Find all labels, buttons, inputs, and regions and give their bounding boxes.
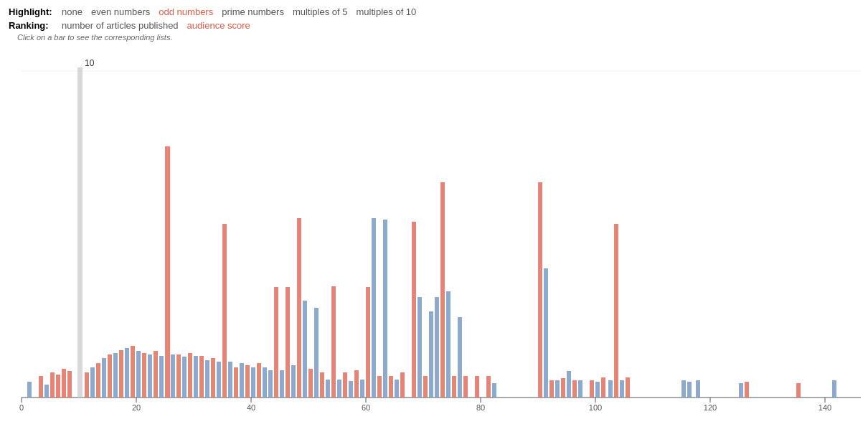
bar-red-109[interactable] xyxy=(601,377,605,398)
ranking-audience[interactable]: audience score xyxy=(185,19,253,32)
bar-blue-30[interactable] xyxy=(171,354,175,398)
bar-blue-20[interactable] xyxy=(113,353,118,398)
bar-red-35[interactable] xyxy=(199,356,204,398)
highlight-mult10[interactable]: multiples of 10 xyxy=(354,6,419,18)
bar-blue-26[interactable] xyxy=(148,354,152,398)
bar-blue-72[interactable] xyxy=(395,380,399,398)
bar-blue-16[interactable] xyxy=(90,367,95,398)
bar-red-19[interactable] xyxy=(108,354,112,398)
bar-red-23[interactable] xyxy=(131,346,135,398)
bar-red-51[interactable] xyxy=(274,287,278,398)
bar-red-55[interactable] xyxy=(297,218,301,398)
bar-blue-36[interactable] xyxy=(205,360,209,398)
bar-red-89[interactable] xyxy=(486,376,491,398)
bar-red-61[interactable] xyxy=(331,286,336,398)
bar-blue-38[interactable] xyxy=(217,362,221,398)
bar-red-29[interactable] xyxy=(165,146,170,398)
bar-red-81[interactable] xyxy=(440,182,445,398)
bar-blue-82[interactable] xyxy=(446,291,450,398)
bar-blue-104[interactable] xyxy=(578,380,582,398)
bar-red-75[interactable] xyxy=(412,222,416,398)
bar-blue-32[interactable] xyxy=(182,357,187,398)
bar-red-63[interactable] xyxy=(343,372,347,398)
bar-red-71[interactable] xyxy=(389,376,393,398)
bar-red-43[interactable] xyxy=(234,367,238,398)
bar-blue-18[interactable] xyxy=(102,358,106,398)
bar-blue-130[interactable] xyxy=(739,383,743,398)
bar-blue-60[interactable] xyxy=(326,380,330,398)
bar-red-73[interactable] xyxy=(400,372,405,398)
bar-red-87[interactable] xyxy=(475,376,479,398)
highlight-mult5[interactable]: multiples of 5 xyxy=(291,6,350,18)
bar-red-47[interactable] xyxy=(257,363,261,398)
bar-red-21[interactable] xyxy=(119,350,123,398)
bar-blue-108[interactable] xyxy=(595,382,600,398)
bar-blue-44[interactable] xyxy=(240,363,244,398)
bar-blue-22[interactable] xyxy=(125,348,129,398)
bar-blue-1[interactable] xyxy=(27,382,32,398)
bar-red-37[interactable] xyxy=(211,358,215,398)
selected-bar[interactable] xyxy=(77,67,82,398)
bar-blue-52[interactable] xyxy=(280,370,284,398)
bar-red-33[interactable] xyxy=(188,353,192,398)
bar-blue-124[interactable] xyxy=(696,380,700,398)
bar-red-85[interactable] xyxy=(463,376,468,398)
bar-red-111[interactable] xyxy=(614,224,618,398)
highlight-none[interactable]: none xyxy=(60,6,85,18)
bar-blue-102[interactable] xyxy=(567,371,571,398)
bar-red-83[interactable] xyxy=(452,376,456,398)
bar-blue-110[interactable] xyxy=(608,380,613,398)
highlight-odd[interactable]: odd numbers xyxy=(156,6,215,18)
bar-blue-50[interactable] xyxy=(268,370,273,398)
bar-blue-79[interactable] xyxy=(435,297,439,398)
bar-red-9[interactable] xyxy=(56,375,60,398)
bar-blue-84[interactable] xyxy=(458,317,462,398)
bar-blue-143[interactable] xyxy=(832,380,836,398)
bar-red-140-a[interactable] xyxy=(796,383,801,398)
bar-blue-78[interactable] xyxy=(429,311,433,398)
highlight-prime[interactable]: prime numbers xyxy=(220,6,286,18)
bar-red-67[interactable] xyxy=(366,287,370,398)
bar-red-27[interactable] xyxy=(154,351,158,398)
bar-red-15[interactable] xyxy=(85,372,89,398)
bar-blue-68[interactable] xyxy=(372,218,376,398)
bar-blue-66[interactable] xyxy=(360,380,364,398)
bar-blue-24[interactable] xyxy=(136,351,141,398)
bar-blue-62[interactable] xyxy=(337,380,341,398)
bar-blue-56[interactable] xyxy=(303,301,307,398)
bar-blue-98[interactable] xyxy=(544,268,548,398)
bar-red-101[interactable] xyxy=(561,378,565,398)
bar-red-97[interactable] xyxy=(538,182,542,398)
bar-blue-46[interactable] xyxy=(251,367,255,398)
bar-blue-70[interactable] xyxy=(383,220,387,398)
bar-red-11[interactable] xyxy=(62,369,66,398)
bar-blue-90[interactable] xyxy=(492,383,496,398)
bar-red-107[interactable] xyxy=(590,380,594,398)
bar-red-31[interactable] xyxy=(176,354,181,398)
bar-blue-48[interactable] xyxy=(263,367,267,398)
bar-red-53[interactable] xyxy=(286,287,290,398)
bar-red-57[interactable] xyxy=(308,369,313,398)
bar-red-77[interactable] xyxy=(423,376,428,398)
bar-blue-112[interactable] xyxy=(620,380,624,398)
bar-red-3[interactable] xyxy=(39,376,43,398)
bar-red-13[interactable] xyxy=(67,371,72,398)
bar-red-99[interactable] xyxy=(549,380,554,398)
highlight-even[interactable]: even numbers xyxy=(89,6,152,18)
bar-red-25[interactable] xyxy=(142,353,146,398)
bar-blue-76[interactable] xyxy=(418,297,422,398)
bar-blue-64[interactable] xyxy=(349,381,353,398)
bar-blue-54[interactable] xyxy=(291,365,296,398)
bar-red-17[interactable] xyxy=(96,363,100,398)
bar-blue-122[interactable] xyxy=(687,382,692,398)
bar-blue-58[interactable] xyxy=(314,308,319,398)
bar-red-65[interactable] xyxy=(354,370,359,398)
bar-blue-100[interactable] xyxy=(555,380,560,398)
ranking-articles[interactable]: number of articles published xyxy=(60,19,181,32)
bar-blue-42[interactable] xyxy=(228,362,232,398)
bar-red-131[interactable] xyxy=(745,382,749,398)
bar-red-69[interactable] xyxy=(377,376,382,398)
bar-red-59[interactable] xyxy=(320,372,324,398)
bar-red-45[interactable] xyxy=(245,365,250,398)
bar-red-103[interactable] xyxy=(572,380,577,398)
